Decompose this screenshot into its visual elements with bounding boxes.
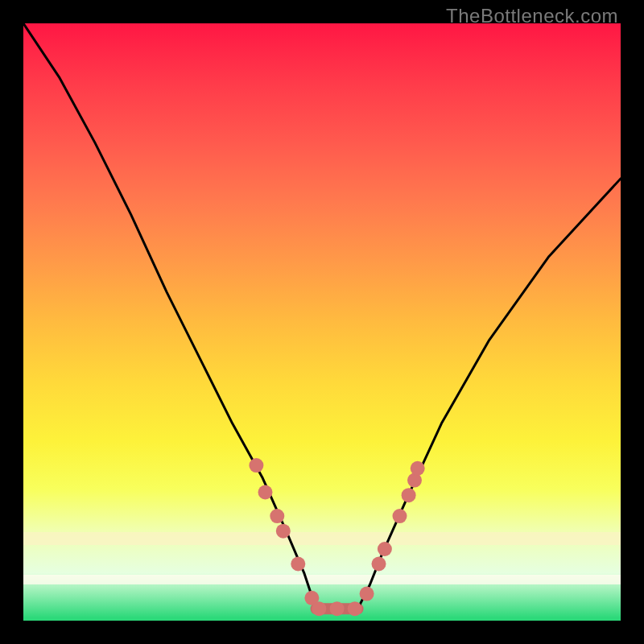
- marker-point: [360, 587, 374, 601]
- chart-frame: TheBottleneck.com: [0, 0, 644, 644]
- curve-canvas: [23, 23, 621, 621]
- marker-point: [249, 458, 263, 473]
- marker-point: [270, 509, 284, 523]
- marker-point: [312, 601, 326, 616]
- marker-point: [348, 601, 362, 616]
- watermark-text: TheBottleneck.com: [446, 5, 618, 27]
- curve-paths: [23, 23, 621, 609]
- marker-point: [378, 542, 392, 556]
- marker-point: [291, 557, 305, 572]
- marker-point: [402, 488, 416, 502]
- marker-group: [249, 458, 424, 616]
- marker-point: [393, 509, 407, 523]
- marker-point: [258, 485, 273, 500]
- marker-point: [411, 461, 425, 476]
- marker-point: [330, 601, 345, 616]
- series-right-curve: [358, 179, 621, 609]
- marker-point: [276, 524, 291, 539]
- plot-area: [23, 23, 621, 621]
- marker-point: [372, 557, 386, 572]
